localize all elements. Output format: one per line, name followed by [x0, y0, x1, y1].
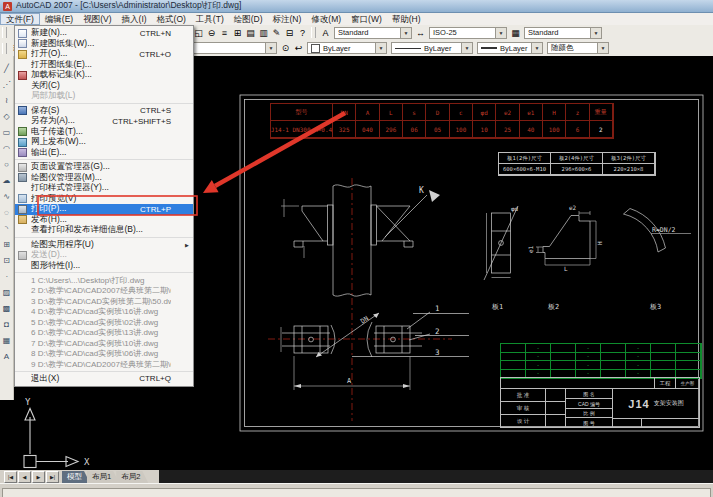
toolbar-icon[interactable]: ⊖ — [205, 26, 218, 39]
draw-toolbar-icon[interactable]: A — [1, 348, 13, 364]
parts-list-cell — [551, 353, 576, 362]
draw-toolbar-icon[interactable]: ∙ — [1, 268, 13, 284]
plot-style-combo[interactable]: 随颜色 ▼ — [547, 42, 609, 54]
menu-bar-item[interactable]: 帮助(H) — [387, 13, 426, 25]
menu-bar-item[interactable]: 修改(M) — [306, 13, 346, 25]
menu-item[interactable]: 5 D:\教学\CAD\cad实例班\02讲.dwg — [15, 317, 193, 328]
tab-nav-icon[interactable]: ▶ — [32, 471, 45, 483]
toolbar-icon[interactable]: ⊟ — [283, 26, 296, 39]
draw-icon-glyph: ⊞ — [3, 240, 10, 249]
parts-list-cell — [501, 361, 526, 370]
menu-item[interactable]: 8 D:\教学\CAD\cad实例班\06讲.dwg — [15, 349, 193, 360]
draw-toolbar-icon[interactable]: ⊡ — [1, 252, 13, 268]
menu-item[interactable]: 4 D:\教学\CAD\cad实例班\16讲.dwg — [15, 307, 193, 318]
draw-toolbar-icon[interactable]: ≀ — [1, 92, 13, 108]
color-combo[interactable]: ByLayer ▼ — [307, 42, 387, 54]
tab-nav-icon[interactable]: ▶| — [46, 471, 59, 483]
toolbar-icon[interactable]: ≡ — [218, 26, 231, 39]
dim-style-combo[interactable]: ISO-25 ▼ — [429, 27, 507, 39]
tab-nav-icon[interactable]: ◀ — [18, 471, 31, 483]
menu-item[interactable] — [15, 370, 193, 372]
chevron-down-icon: ▼ — [531, 43, 542, 53]
menu-bar-item[interactable]: 插入(I) — [117, 13, 152, 25]
toolbar-grip[interactable] — [2, 43, 7, 54]
toolbar-grip[interactable] — [2, 27, 7, 38]
parts-list-cell: - — [526, 344, 551, 353]
menu-bar-item[interactable]: 格式(O) — [152, 13, 191, 25]
parts-list-cell: - — [626, 353, 651, 362]
layout-tab[interactable]: 模型 — [62, 471, 90, 483]
toolbar-icon[interactable]: ▤ — [244, 26, 257, 39]
draw-toolbar-icon[interactable]: ⋰ — [1, 76, 13, 92]
parts-list-cell — [551, 361, 576, 370]
layout-tab[interactable]: 布局1 — [87, 471, 119, 483]
lineweight-combo[interactable]: ByLayer ▼ — [477, 42, 543, 54]
menu-bar-item[interactable]: 绘图(D) — [229, 13, 268, 25]
draw-toolbar-icon[interactable]: ▦ — [1, 332, 13, 348]
draw-toolbar-icon[interactable]: ╱ — [1, 60, 13, 76]
menu-item[interactable]: 7 D:\教学\CAD\cad实例班\10讲.dwg — [15, 338, 193, 349]
title-block-cell — [641, 418, 700, 428]
draw-toolbar-icon[interactable]: ◇ — [1, 108, 13, 124]
draw-toolbar-icon[interactable]: ◌ — [1, 204, 13, 220]
draw-icon-glyph: ≀ — [5, 96, 8, 105]
draw-icon-glyph: ☁ — [3, 176, 11, 185]
chevron-down-icon: ▼ — [461, 43, 472, 53]
menu-item-shortcut: CTRL+Q — [139, 374, 171, 383]
draw-toolbar-icon[interactable]: ◠ — [1, 140, 13, 156]
param-value-cell: J14-1 DN300 A=0.4 — [271, 121, 333, 138]
menu-bar-item[interactable]: 窗口(W) — [346, 13, 387, 25]
menu-bar-item[interactable]: 编辑(E) — [40, 13, 78, 25]
menu-item-icon — [18, 215, 27, 224]
menu-item[interactable]: 查看打印和发布详细信息(B)... — [15, 225, 193, 236]
menu-item-icon — [18, 29, 27, 38]
toolbar-icon[interactable]: ⊞ — [231, 26, 244, 39]
toolbar-grip[interactable] — [311, 27, 316, 38]
menu-item[interactable]: 输出(E)... — [15, 148, 193, 159]
param-header-cell: s — [403, 104, 426, 121]
draw-toolbar-icon[interactable]: ▨ — [1, 284, 13, 300]
parts-list-cell: - — [576, 353, 601, 362]
menu-bar-item[interactable]: 文件(F) — [0, 13, 40, 25]
parts-list-cell — [651, 353, 676, 362]
draw-toolbar-icon[interactable]: ▩ — [1, 300, 13, 316]
draw-toolbar-icon[interactable]: ☁ — [1, 172, 13, 188]
toolbar-icon-glyph: ? — [300, 28, 305, 38]
tab-nav-icon[interactable]: |◀ — [4, 471, 17, 483]
draw-toolbar-icon[interactable]: ⊞ — [1, 236, 13, 252]
menu-item[interactable]: 3 D:\教学\CAD\CAD实例班第二期\50.dwg — [15, 296, 193, 307]
menu-item-icon — [18, 71, 27, 80]
param-value-cell: 10 — [473, 121, 496, 138]
menu-bar-item[interactable]: 视图(V) — [78, 13, 116, 25]
menu-item[interactable]: 2 D:\教学\CAD\CAD2007经典班第二期\02.dwg — [15, 286, 193, 297]
menu-item[interactable]: 9 D:\教学\CAD\CAD2007经典班第二期\01.dwg — [15, 359, 193, 370]
draw-toolbar-icon[interactable]: ○ — [1, 156, 13, 172]
command-input[interactable] — [2, 488, 711, 497]
app-icon[interactable]: A — [3, 2, 12, 11]
linetype-combo[interactable]: ByLayer ▼ — [391, 42, 473, 54]
menu-item[interactable]: 1 C:\Users\...\Desktop\打印.dwg — [15, 275, 193, 286]
draw-toolbar-icon[interactable]: ◝ — [1, 220, 13, 236]
menu-bar-item[interactable]: 标注(N) — [268, 13, 307, 25]
toolbar-icon[interactable]: ? — [296, 26, 309, 39]
draw-toolbar-icon[interactable]: ∿ — [1, 188, 13, 204]
menu-item[interactable]: 6 D:\教学\CAD\cad实例班\13讲.dwg — [15, 328, 193, 339]
table-style-combo[interactable]: Standard ▼ — [524, 27, 602, 39]
layout-tab[interactable]: 布局2 — [116, 471, 148, 483]
draw-toolbar-icon[interactable]: ▭ — [1, 124, 13, 140]
make-object-layer-icon[interactable]: ⊙ — [279, 42, 292, 55]
toolbar-icon[interactable]: ✎ — [270, 26, 283, 39]
menu-item[interactable]: 退出(X) CTRL+Q — [15, 374, 193, 385]
toolbar-icon[interactable]: ▥ — [257, 26, 270, 39]
menu-item-label: 查看打印和发布详细信息(B)... — [31, 224, 171, 236]
parts-list-cell — [501, 353, 526, 362]
text-style-combo[interactable]: Standard ▼ — [334, 27, 412, 39]
draw-toolbar-icon[interactable]: ◘ — [1, 316, 13, 332]
layer-previous-icon[interactable]: ↩ — [292, 42, 305, 55]
menu-bar-item[interactable]: 工具(T) — [191, 13, 229, 25]
menu-item[interactable]: 局部加载(L) — [15, 91, 193, 102]
command-line-area[interactable] — [0, 483, 713, 497]
menu-item-label: 5 D:\教学\CAD\cad实例班\02讲.dwg — [31, 317, 171, 328]
view-label-k: K — [419, 186, 424, 195]
menu-item[interactable]: 图形特性(I)... — [15, 261, 193, 272]
